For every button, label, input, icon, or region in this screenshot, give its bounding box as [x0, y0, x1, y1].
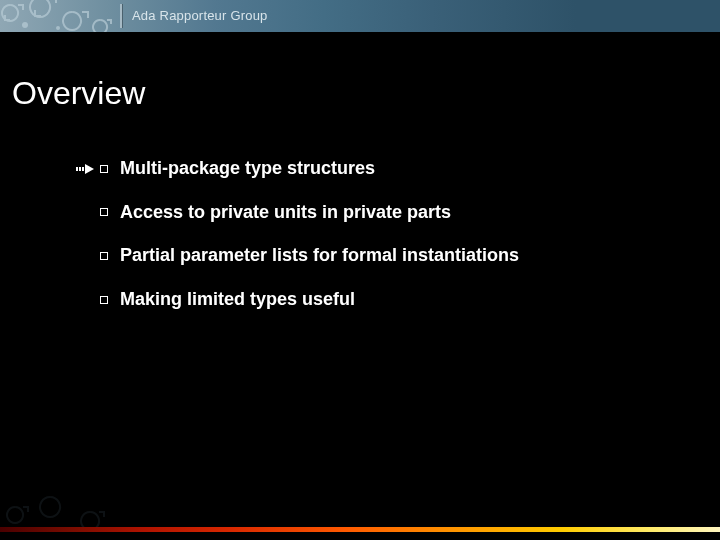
- svg-rect-3: [79, 167, 81, 171]
- header-group-name: Ada Rapporteur Group: [132, 8, 268, 23]
- bullet-icon: [100, 252, 108, 260]
- bullet-text: Access to private units in private parts: [120, 202, 451, 224]
- list-item: Access to private units in private parts: [100, 202, 660, 224]
- list-item: Partial parameter lists for formal insta…: [100, 245, 660, 267]
- bullet-icon: [100, 165, 108, 173]
- bullet-list: Multi-package type structures Access to …: [100, 158, 660, 332]
- header-divider: [120, 4, 122, 28]
- slide-title: Overview: [12, 75, 145, 112]
- bullet-text: Making limited types useful: [120, 289, 355, 311]
- bullet-text: Partial parameter lists for formal insta…: [120, 245, 519, 267]
- footer-bottom-bar: [0, 532, 720, 540]
- svg-rect-2: [76, 167, 78, 171]
- svg-rect-4: [82, 167, 84, 171]
- svg-point-1: [56, 26, 60, 30]
- header-background: [0, 0, 720, 32]
- bullet-icon: [100, 208, 108, 216]
- list-item: Multi-package type structures: [100, 158, 660, 180]
- bullet-icon: [100, 296, 108, 304]
- svg-point-0: [22, 22, 28, 28]
- footer-watermark: [0, 487, 720, 527]
- svg-marker-5: [85, 164, 94, 174]
- bullet-text: Multi-package type structures: [120, 158, 375, 180]
- list-item: Making limited types useful: [100, 289, 660, 311]
- pointer-icon: [76, 162, 96, 176]
